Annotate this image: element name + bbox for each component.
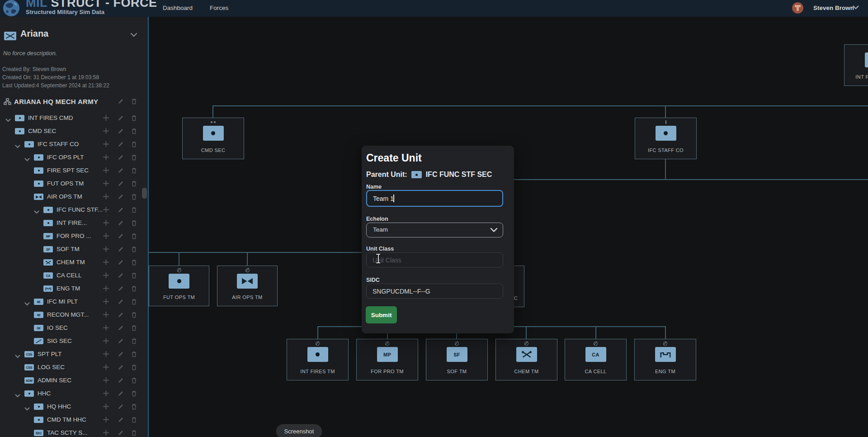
tree-row-fut-ops-tm[interactable]: FUT OPS TM: [0, 178, 148, 190]
tree-row-eng-tm[interactable]: ENG TM: [0, 283, 148, 294]
add-unit-button[interactable]: [103, 207, 109, 213]
edit-unit-button[interactable]: [118, 351, 124, 357]
tree-expand-chevron-icon[interactable]: [5, 116, 11, 124]
sidc-input[interactable]: [366, 284, 503, 299]
tree-row-cmd-tm-hhc[interactable]: CMD TM HHC: [0, 414, 148, 426]
tree-row-admin-sec[interactable]: ADMADMIN SEC: [0, 375, 148, 386]
delete-unit-button[interactable]: [131, 233, 137, 239]
tree-row-io-sec[interactable]: IWIO SEC: [0, 322, 148, 334]
edit-unit-button[interactable]: [118, 364, 124, 370]
edit-unit-button[interactable]: [118, 259, 124, 266]
tree-row-ifc-staff-co[interactable]: IFC STAFF CO: [0, 138, 148, 150]
tree-row-hq-hhc[interactable]: HQ HHC: [0, 401, 148, 413]
tree-row-sig-sec[interactable]: SIG SEC: [0, 335, 148, 347]
add-unit-button[interactable]: [103, 338, 109, 344]
tree-row-sof-tm[interactable]: SFSOF TM: [0, 243, 148, 255]
edit-unit-button[interactable]: [118, 390, 124, 397]
edit-unit-button[interactable]: [118, 285, 124, 292]
delete-unit-button[interactable]: [131, 338, 137, 344]
echelon-select[interactable]: Team: [366, 223, 503, 238]
delete-unit-button[interactable]: [131, 115, 137, 121]
tree-row-int-fires-cmd[interactable]: INT FIRES CMD: [0, 112, 148, 124]
add-unit-button[interactable]: [103, 246, 109, 252]
delete-unit-button[interactable]: [131, 430, 137, 436]
org-node-fut-ops-tm[interactable]: FUT OPS TM: [149, 266, 209, 306]
delete-unit-button[interactable]: [131, 299, 137, 305]
root-edit-button[interactable]: [118, 98, 124, 104]
edit-unit-button[interactable]: [118, 246, 124, 252]
add-unit-button[interactable]: [103, 430, 109, 436]
root-delete-button[interactable]: [131, 98, 137, 104]
add-unit-button[interactable]: [103, 351, 109, 357]
add-unit-button[interactable]: [103, 220, 109, 226]
edit-unit-button[interactable]: [118, 167, 124, 174]
add-unit-button[interactable]: [103, 285, 109, 292]
add-unit-button[interactable]: [103, 417, 109, 423]
add-unit-button[interactable]: [103, 141, 109, 147]
tree-row-fire-spt-sec[interactable]: FIRE SPT SEC: [0, 165, 148, 176]
edit-unit-button[interactable]: [118, 338, 124, 344]
add-unit-button[interactable]: [103, 404, 109, 410]
delete-unit-button[interactable]: [131, 390, 137, 397]
org-node-sof-tm[interactable]: SFSOF TM: [426, 339, 488, 380]
edit-unit-button[interactable]: [118, 220, 124, 226]
add-unit-button[interactable]: [103, 167, 109, 174]
add-unit-button[interactable]: [103, 128, 109, 134]
tree-root-row[interactable]: ARIANA HQ MECH ARMY: [0, 95, 148, 108]
tree-expand-chevron-icon[interactable]: [34, 208, 39, 216]
tree-row-ca-cell[interactable]: CACA CELL: [0, 270, 148, 281]
delete-unit-button[interactable]: [131, 259, 137, 266]
delete-unit-button[interactable]: [131, 220, 137, 226]
edit-unit-button[interactable]: [118, 180, 124, 187]
edit-unit-button[interactable]: [118, 299, 124, 305]
org-node-int-fires-tm[interactable]: INT FIRES TM: [287, 339, 349, 380]
org-node-ifc-staff-co[interactable]: IFC STAFF CO: [635, 118, 697, 159]
edit-unit-button[interactable]: [118, 312, 124, 318]
tree-row-ifc-ops-plt[interactable]: IFC OPS PLT: [0, 152, 148, 163]
name-input[interactable]: [366, 190, 503, 207]
tree-row-for-pro[interactable]: MPFOR PRO ...: [0, 230, 148, 242]
tree-row-hhc[interactable]: HHC: [0, 388, 148, 399]
tree-expand-chevron-icon[interactable]: [24, 155, 30, 163]
org-node-air-ops-tm[interactable]: AIR OPS TM: [217, 266, 278, 306]
org-node-for-pro-tm[interactable]: MPFOR PRO TM: [356, 339, 418, 380]
tree-expand-chevron-icon[interactable]: [24, 299, 30, 308]
org-node-eng-tm[interactable]: ENG TM: [634, 339, 696, 380]
user-avatar[interactable]: [792, 2, 803, 14]
tree-row-log-sec[interactable]: CSSLOG SEC: [0, 361, 148, 373]
edit-unit-button[interactable]: [118, 233, 124, 239]
edit-unit-button[interactable]: [118, 404, 124, 410]
tree-expand-chevron-icon[interactable]: [15, 142, 20, 150]
org-node-chem-tm[interactable]: CHEM TM: [495, 339, 557, 380]
add-unit-button[interactable]: [103, 154, 109, 161]
sidebar-scrollbar-thumb[interactable]: [142, 188, 147, 199]
tree-row-chem-tm[interactable]: CHEM TM: [0, 256, 148, 268]
delete-unit-button[interactable]: [131, 285, 137, 292]
delete-unit-button[interactable]: [131, 417, 137, 423]
tree-expand-chevron-icon[interactable]: [15, 391, 20, 399]
unit-class-input[interactable]: [366, 252, 503, 267]
delete-unit-button[interactable]: [131, 194, 137, 200]
nav-item-dashboard[interactable]: Dashboard: [163, 5, 193, 11]
edit-unit-button[interactable]: [118, 128, 124, 134]
edit-unit-button[interactable]: [118, 377, 124, 384]
nav-item-forces[interactable]: Forces: [210, 5, 228, 11]
edit-unit-button[interactable]: [118, 194, 124, 200]
add-unit-button[interactable]: [103, 364, 109, 370]
delete-unit-button[interactable]: [131, 312, 137, 318]
org-node-cmd-sec[interactable]: CMD SEC: [182, 118, 244, 159]
delete-unit-button[interactable]: [131, 167, 137, 174]
tree-row-spt-plt[interactable]: CSSSPT PLT: [0, 348, 148, 360]
tree-expand-chevron-icon[interactable]: [24, 404, 30, 413]
tree-row-cmd-sec[interactable]: CMD SEC: [0, 125, 148, 137]
delete-unit-button[interactable]: [131, 154, 137, 161]
tree-row-ifc-mi-plt[interactable]: MIIFC MI PLT: [0, 296, 148, 308]
tree-row-air-ops-tm[interactable]: AIR OPS TM: [0, 191, 148, 203]
tree-row-recon-mgt[interactable]: MIRECON MGT...: [0, 309, 148, 321]
user-name[interactable]: Steven Brown: [813, 5, 854, 11]
delete-unit-button[interactable]: [131, 272, 137, 279]
add-unit-button[interactable]: [103, 299, 109, 305]
delete-unit-button[interactable]: [131, 141, 137, 147]
edit-unit-button[interactable]: [118, 115, 124, 121]
user-menu-chevron-down-icon[interactable]: [853, 5, 859, 10]
